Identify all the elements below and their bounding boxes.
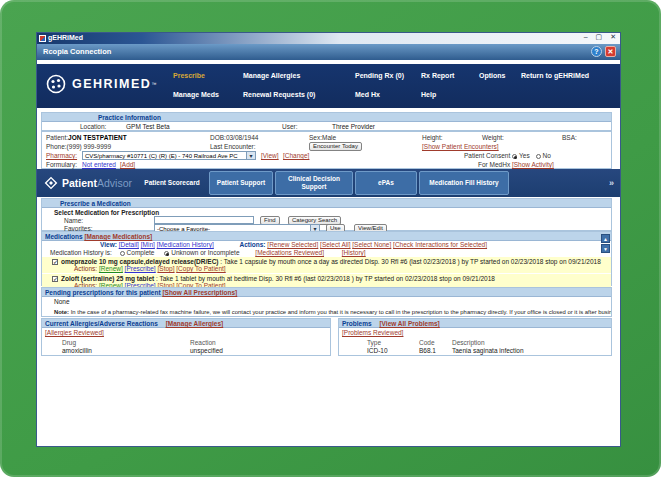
note-label: Note:	[54, 309, 69, 315]
maximize-icon[interactable]: ▢	[596, 33, 604, 40]
location-label: Location:	[80, 123, 106, 130]
renew-selected-link[interactable]: [Renew Selected]	[267, 241, 318, 248]
patient-consent-label: Patient Consent	[464, 152, 510, 159]
patient-advisor-bar: Patient Advisor Patient Scorecard Patien…	[37, 169, 620, 197]
consent-no-radio[interactable]	[536, 154, 541, 159]
problems-reviewed-link[interactable]: [Problems Reviewed]	[342, 329, 403, 336]
problems-title: Problems	[342, 320, 372, 327]
copy-to-patient-link[interactable]: [Copy To Patient]	[176, 265, 225, 272]
note-text: In the case of a pharmacy-related fax ma…	[71, 309, 611, 315]
check-interactions-link[interactable]: [Check Interactions for Selected]	[393, 241, 487, 248]
user-label: User:	[282, 123, 298, 130]
history-unknown-label: Unknown or Incomplete	[171, 249, 239, 256]
encounter-today-button[interactable]: Encounter Today	[309, 142, 362, 151]
show-patient-encounters-link[interactable]: [Show Patient Encounters]	[422, 143, 499, 150]
row-actions-label: Actions:	[74, 265, 97, 272]
select-none-link[interactable]: [Select None]	[352, 241, 391, 248]
close-icon[interactable]: ✕	[610, 33, 617, 40]
formulary-add-link[interactable]: [Add]	[120, 161, 135, 168]
tab-medication-fill-history[interactable]: Medication Fill History	[419, 171, 509, 195]
brand-trademark: ™	[151, 81, 156, 87]
pharmacy-change-link[interactable]: [Change]	[283, 152, 309, 159]
minimize-icon[interactable]: –	[584, 33, 589, 40]
pharmacy-select[interactable]: CVS/pharmacy #10771 (C) (R) (E) - 740 Ra…	[82, 151, 256, 160]
medication-checkbox-checked-icon[interactable]	[52, 276, 58, 282]
allergies-section: Current Allergies/Adverse Reactions [Man…	[41, 318, 331, 356]
patient-advisor-brand: Patient Advisor	[44, 176, 132, 190]
main-nav-bar: GEHRIMED ™ Prescribe Manage Allergies Pe…	[37, 64, 620, 108]
view-detail-link[interactable]: [Detail]	[119, 241, 139, 248]
chevron-expand-icon[interactable]: »	[609, 178, 614, 188]
tab-patient-scorecard[interactable]: Patient Scorecard	[139, 171, 205, 195]
stop-link[interactable]: [Stop]	[158, 265, 175, 272]
patient-sex: Sex:Male	[309, 134, 336, 141]
medication-row: omeprazole 10 mg capsule,delayed release…	[42, 257, 611, 273]
rcopia-title: Rcopia Connection	[43, 47, 111, 56]
nav-item-return-gehrimed[interactable]: Return to gEHRiMed	[521, 72, 621, 79]
nav-item-prescribe[interactable]: Prescribe	[173, 72, 243, 79]
nav-item-manage-meds[interactable]: Manage Meds	[173, 91, 243, 98]
tab-patient-support[interactable]: Patient Support	[209, 171, 273, 195]
view-medication-history-link[interactable]: [Medication History]	[157, 241, 214, 248]
rcopia-close-icon[interactable]: ✕	[605, 46, 616, 57]
medications-reviewed-link[interactable]: [Medications Reviewed]	[255, 249, 324, 256]
medications-section: Medications [Manage Medications] View: […	[41, 231, 612, 286]
formulary-value-link[interactable]: Not entered	[82, 161, 116, 168]
weight-label: Weight:	[482, 134, 504, 141]
nav-item-manage-allergies[interactable]: Manage Allergies	[243, 72, 355, 79]
nav-item-pending-rx[interactable]: Pending Rx (0)	[355, 72, 421, 79]
medication-checkbox-checked-icon[interactable]	[52, 259, 58, 265]
pharmacy-link[interactable]: Pharmacy:	[46, 152, 77, 159]
medication-sig: : Take 1 capsule by mouth once a day as …	[220, 258, 601, 265]
help-icon[interactable]: ?	[591, 46, 602, 57]
location-value: GPM Test Beta	[126, 123, 170, 130]
prescribe-link[interactable]: [Prescribe]	[125, 265, 156, 272]
nav-item-med-hx[interactable]: Med Hx	[355, 91, 421, 98]
practice-information-body: Location: GPM Test Beta User: Three Prov…	[42, 122, 611, 131]
history-unknown-radio[interactable]	[164, 251, 169, 256]
consent-no-label: No	[543, 152, 551, 159]
scroll-up-icon[interactable]: ▲	[601, 234, 610, 243]
description-column-header: Description	[452, 339, 485, 346]
for-medhx-label: For MedHx	[478, 161, 510, 168]
tab-clinical-decision-support[interactable]: Clinical Decision Support	[275, 171, 353, 195]
manage-allergies-link[interactable]: [Manage Allergies]	[166, 320, 224, 327]
patient-advisor-logo-icon	[44, 176, 58, 190]
last-encounter-label: Last Encounter:	[210, 143, 256, 150]
allergy-drug-value: amoxicillin	[62, 347, 92, 354]
nav-item-rx-report[interactable]: Rx Report	[421, 72, 479, 79]
problems-section: Problems [View All Problems] [Problems R…	[338, 318, 612, 356]
nav-item-help[interactable]: Help	[421, 91, 479, 98]
medication-name-input[interactable]	[154, 216, 254, 224]
medication-line: Zoloft (sertraline) 25 mg tablet : Take …	[52, 275, 611, 282]
problem-description-value: Taenia saginata infection	[452, 347, 524, 354]
consent-yes-radio[interactable]	[512, 154, 517, 159]
patient-name: JON TESTPATIENT	[68, 134, 127, 141]
scroll-down-icon[interactable]: ▼	[601, 244, 610, 253]
show-all-prescriptions-link[interactable]: [Show All Prescriptions]	[162, 289, 237, 296]
medications-view-row: View: [Detail] [Min] [Medication History…	[42, 241, 611, 249]
brand-name: GEHRIMED	[72, 77, 151, 91]
history-complete-radio[interactable]	[120, 251, 125, 256]
view-min-link[interactable]: [Min]	[141, 241, 155, 248]
formulary-label: Formulary:	[46, 161, 77, 168]
nav-item-options[interactable]: Options	[479, 72, 521, 79]
pharmacy-view-link[interactable]: [View]	[261, 152, 279, 159]
history-link[interactable]: [History]	[342, 249, 366, 256]
show-activity-link[interactable]: [Show Activity]	[512, 161, 554, 168]
tab-epas[interactable]: ePAs	[355, 171, 417, 195]
manage-medications-link[interactable]: [Manage Medications]	[84, 233, 152, 240]
window-titlebar: gEHRiMed – ▢ ✕	[37, 33, 620, 44]
window-title: gEHRiMed	[48, 34, 83, 41]
code-column-header: Code	[419, 339, 435, 346]
select-all-link[interactable]: [Select All]	[320, 241, 350, 248]
gehrimed-brand: GEHRIMED ™	[45, 73, 156, 95]
nav-item-renewal-requests[interactable]: Renewal Requests (0)	[243, 91, 355, 98]
allergies-title: Current Allergies/Adverse Reactions	[45, 320, 158, 327]
patient-phone: Phone:(999) 999-9999	[46, 143, 111, 150]
allergies-reviewed-link[interactable]: [Allergies Reviewed]	[45, 329, 104, 336]
renew-link[interactable]: [Renew]	[99, 265, 123, 272]
medication-sig: : Take 1 tablet by mouth at bedtime Disp…	[156, 275, 495, 282]
view-all-problems-link[interactable]: [View All Problems]	[379, 320, 439, 327]
advisor-brand-bold: Patient	[62, 177, 97, 189]
